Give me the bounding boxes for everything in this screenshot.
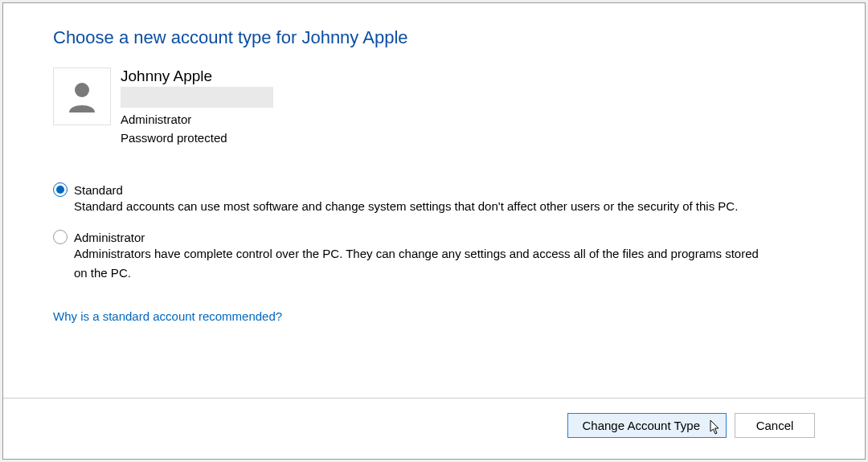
option-administrator-label: Administrator — [74, 231, 145, 244]
option-standard-label: Standard — [74, 183, 123, 197]
user-email-redacted — [121, 87, 273, 108]
option-standard[interactable]: Standard Standard accounts can use most … — [53, 182, 815, 215]
user-meta: Johnny Apple Administrator Password prot… — [121, 67, 273, 147]
svg-point-0 — [75, 83, 89, 97]
help-link[interactable]: Why is a standard account recommended? — [53, 309, 282, 323]
user-name: Johnny Apple — [121, 67, 273, 85]
change-account-type-button[interactable]: Change Account Type — [567, 413, 727, 438]
cancel-button[interactable]: Cancel — [735, 413, 815, 438]
user-role: Administrator — [121, 111, 273, 129]
cursor-icon — [710, 419, 721, 438]
option-standard-desc: Standard accounts can use most software … — [74, 197, 773, 215]
page-title: Choose a new account type for Johnny App… — [53, 27, 815, 48]
option-administrator-desc: Administrators have complete control ove… — [74, 244, 773, 282]
change-button-label: Change Account Type — [583, 419, 701, 432]
dialog-window: Choose a new account type for Johnny App… — [2, 2, 866, 460]
user-info: Johnny Apple Administrator Password prot… — [53, 67, 815, 147]
user-password-status: Password protected — [121, 129, 273, 148]
avatar — [53, 67, 111, 125]
content-area: Choose a new account type for Johnny App… — [3, 3, 865, 398]
radio-administrator[interactable] — [53, 230, 68, 244]
footer: Change Account Type Cancel — [3, 398, 865, 459]
cancel-button-label: Cancel — [756, 419, 794, 432]
user-icon — [64, 79, 100, 114]
option-administrator[interactable]: Administrator Administrators have comple… — [53, 230, 815, 282]
radio-standard[interactable] — [53, 182, 68, 197]
